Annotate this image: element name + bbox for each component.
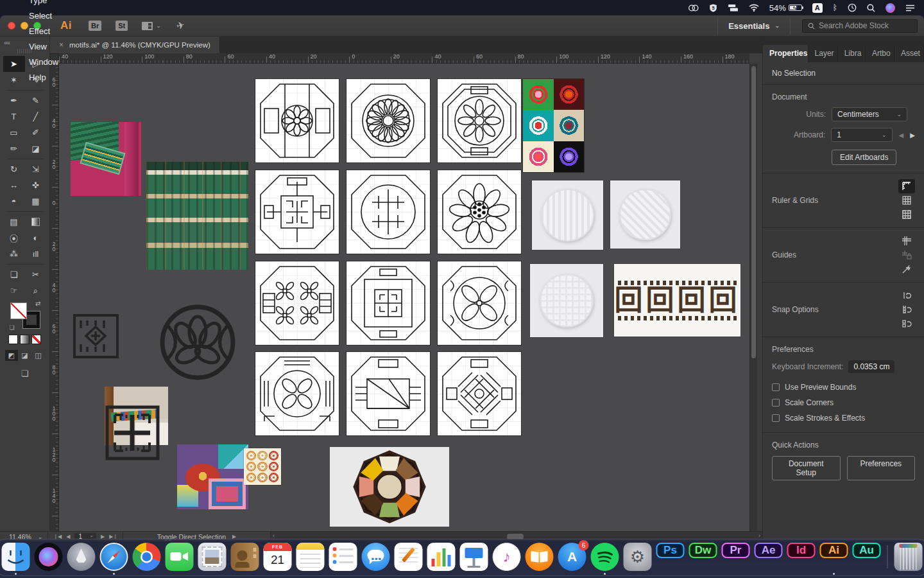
wifi-icon[interactable] (749, 4, 759, 12)
symbol-sprayer-tool[interactable]: ⁂ (3, 246, 25, 262)
meander-band-photo[interactable]: 回回回回 (614, 264, 740, 337)
document-setup-button[interactable]: Document Setup (772, 456, 841, 480)
dock-keynote[interactable] (460, 543, 488, 571)
vertical-ruler[interactable]: 604020020406080100120140 (50, 64, 59, 531)
motif-tile-8[interactable] (346, 261, 430, 345)
grid-button[interactable] (898, 193, 915, 207)
units-dropdown[interactable]: Centimeters⌄ (832, 107, 907, 121)
dock-appstore[interactable]: A6 (558, 543, 586, 571)
curvature-tool[interactable]: ✎ (25, 92, 47, 109)
battery-icon[interactable]: 54%ϟ (769, 3, 802, 13)
menu-item-view[interactable]: View (22, 39, 89, 54)
blend-tool[interactable]: ◐ (25, 230, 47, 246)
checkbox-scale-corners[interactable] (772, 399, 780, 407)
rectangle-tool[interactable]: ▭ (3, 125, 25, 141)
default-fill-stroke-icon[interactable]: ❏ (10, 324, 15, 331)
arrange-documents-button[interactable]: ⌄ (142, 22, 161, 30)
motif-tile-2[interactable] (346, 79, 430, 162)
shaper-tool[interactable]: ✏ (3, 141, 25, 157)
width-tool[interactable]: ↔ (3, 177, 25, 193)
tab-artbo[interactable]: Artbo (866, 45, 894, 62)
color-button[interactable] (8, 335, 18, 344)
dock-system-preferences[interactable]: ⚙ (624, 543, 652, 571)
rotate-tool[interactable]: ↻ (3, 161, 25, 177)
dock-notes[interactable] (296, 543, 325, 571)
puppet-warp-tool[interactable]: ✜ (25, 177, 47, 193)
snap-to-grid-button[interactable] (898, 302, 915, 317)
draw-normal-mode[interactable]: ◩ (5, 350, 18, 361)
shape-builder-tool[interactable]: ◓ (3, 193, 25, 209)
photo-craft-shop[interactable] (177, 444, 248, 509)
photo-temple-beam[interactable] (71, 122, 141, 196)
type-tool[interactable]: T (3, 109, 25, 125)
tab-asset[interactable]: Asset (894, 45, 924, 62)
motif-tile-4[interactable] (255, 170, 339, 254)
dock-launchpad[interactable] (67, 543, 96, 571)
vertical-scrollbar-thumb[interactable] (751, 66, 756, 358)
dock-trash[interactable] (894, 543, 923, 571)
scroll-left-arrow[interactable]: ‹ (273, 532, 275, 539)
dock-pages[interactable] (395, 543, 423, 571)
horizontal-ruler[interactable]: 4012010080604020020406080100120140160180 (59, 53, 749, 64)
checkbox-use-preview-bounds[interactable] (772, 383, 780, 391)
bluetooth-icon[interactable]: ᛒ (833, 3, 837, 12)
eraser-tool[interactable]: ◪ (25, 141, 47, 157)
draw-inside-mode[interactable]: ◫ (32, 350, 45, 361)
gradient-button[interactable] (20, 335, 30, 344)
spotlight-icon[interactable] (867, 4, 875, 12)
motif-tile-3[interactable] (438, 79, 521, 162)
snap-to-pixel-button[interactable] (898, 317, 915, 331)
dock-contacts[interactable] (231, 543, 259, 571)
motif-tile-11[interactable] (346, 352, 430, 435)
dock-dreamweaver[interactable]: Dw (689, 543, 717, 571)
smart-guides-button[interactable] (898, 262, 915, 276)
creative-cloud-icon[interactable] (688, 4, 699, 12)
dock-messages[interactable]: ••• (362, 543, 390, 571)
preferences-button[interactable]: Preferences (847, 456, 916, 480)
motif-tile-7[interactable] (255, 261, 339, 345)
keyboard-increment-input[interactable]: 0.0353 cm (848, 360, 894, 373)
dark-motif-cross[interactable] (105, 405, 160, 461)
shield-icon[interactable]: 5 (709, 3, 717, 13)
motif-tile-12[interactable] (438, 352, 521, 435)
next-artboard-button[interactable]: ▶ (910, 132, 915, 139)
notification-list-icon[interactable] (905, 4, 915, 12)
pen-tool[interactable]: ✒ (3, 92, 25, 109)
keyboard-stack-icon[interactable] (728, 4, 739, 12)
change-screen-mode-button[interactable]: ❏ (0, 369, 49, 378)
tab-libra[interactable]: Libra (838, 45, 866, 62)
gradient-tool[interactable] (25, 214, 47, 230)
dock-facetime[interactable] (166, 543, 194, 571)
menu-item-help[interactable]: Help (22, 69, 89, 85)
perspective-grid-tool[interactable]: ▦ (25, 193, 47, 209)
dock-photoshop[interactable]: Ps (656, 543, 685, 571)
menu-item-select[interactable]: Select (22, 8, 89, 23)
slice-tool[interactable]: ✂ (25, 267, 47, 283)
bridge-button[interactable]: Br (89, 21, 101, 31)
menu-item-effect[interactable]: Effect (22, 23, 89, 39)
motif-tile-9[interactable] (438, 261, 521, 345)
tab-properties[interactable]: Properties (763, 45, 809, 62)
menu-item-window[interactable]: Window (22, 54, 89, 69)
paper-relief-3[interactable] (530, 264, 603, 337)
snap-to-point-button[interactable] (898, 288, 915, 302)
gujeolpan-photo[interactable] (330, 447, 449, 527)
dock-books[interactable] (526, 543, 554, 571)
dock-itunes[interactable]: ♪ (493, 543, 521, 571)
canvas[interactable]: 回回回回 (59, 64, 749, 531)
draw-behind-mode[interactable]: ◪ (19, 350, 31, 361)
dock-chrome[interactable] (133, 543, 161, 571)
photo-temple-eaves[interactable] (146, 162, 248, 270)
dock-after-effects[interactable]: Ae (755, 543, 783, 571)
dock-indesign[interactable]: Id (787, 543, 816, 571)
motif-tile-1[interactable] (255, 79, 339, 162)
motif-tile-5[interactable] (346, 170, 430, 254)
fill-swatch[interactable] (10, 302, 27, 319)
paper-relief-2[interactable] (610, 180, 680, 249)
edit-artboards-button[interactable]: Edit Artboards (832, 150, 896, 165)
share-icon[interactable]: ✈ (175, 19, 186, 33)
guides-button[interactable] (898, 234, 915, 248)
swap-fill-stroke-icon[interactable]: ⇄ (35, 300, 40, 307)
siri-icon[interactable] (886, 3, 895, 13)
previous-artboard-button[interactable]: ◀ (899, 132, 904, 139)
